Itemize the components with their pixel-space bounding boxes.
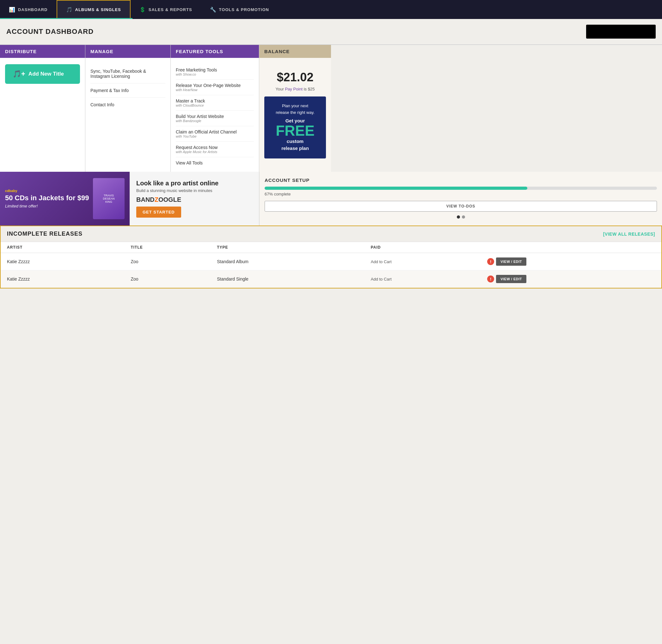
view-todos-button[interactable]: VIEW TO-DOS	[265, 201, 657, 212]
manage-links-list: Sync, YouTube, Facebook & Instagram Lice…	[90, 64, 165, 112]
account-setup-panel: ACCOUNT SETUP 67% complete VIEW TO-DOS	[259, 172, 662, 226]
view-edit-button-2[interactable]: VIEW / EDIT	[496, 275, 526, 283]
promo-custom: custom release plan	[269, 138, 321, 152]
dollar-icon: 💲	[139, 7, 146, 13]
bandzoogle-headline: Look like a pro artist online	[136, 180, 253, 187]
balance-body: $21.02 Your Pay Point is $25 Plan your n…	[259, 58, 331, 172]
manage-body: Sync, YouTube, Facebook & Instagram Lice…	[85, 58, 170, 172]
account-setup-title: ACCOUNT SETUP	[265, 178, 657, 183]
releases-table: ARTIST TITLE TYPE PAID Katie Zzzzz Zoo S…	[1, 242, 661, 288]
bandzoogle-banner[interactable]: Look like a pro artist online Build a st…	[129, 172, 259, 226]
view-edit-button-1[interactable]: VIEW / EDIT	[496, 257, 526, 266]
cdbaby-text: cdbaby 50 CDs in Jackets for $99 Limited…	[5, 189, 90, 208]
bandzoogle-subtext: Build a stunning music website in minute…	[136, 188, 253, 193]
page-title: ACCOUNT DASHBOARD	[6, 27, 94, 36]
manage-link-contact[interactable]: Contact Info	[90, 98, 165, 112]
row2-paid: Add to Cart	[364, 271, 481, 288]
featured-tools-body: Free Marketing Tools with Show.co Releas…	[171, 58, 259, 172]
tool-free-marketing[interactable]: Free Marketing Tools with Show.co	[176, 64, 254, 80]
dashboard-icon: 📊	[9, 7, 16, 13]
manage-link-payment[interactable]: Payment & Tax Info	[90, 84, 165, 98]
alert-icon-2: !	[487, 276, 494, 282]
tool-request-access[interactable]: Request Access Now with Apple Music for …	[176, 142, 254, 157]
row2-actions: ! VIEW / EDIT	[481, 271, 661, 288]
promo-line1: Plan your next release the right way.	[269, 103, 321, 116]
col-paid: PAID	[364, 242, 481, 253]
cd-placeholder-image: TRAVISDESEANKING	[93, 178, 124, 219]
row1-title: Zoo	[124, 253, 211, 271]
bandzoogle-logo: BANDZOOGLE	[136, 196, 253, 203]
nav-dashboard[interactable]: 📊 DASHBOARD	[0, 0, 56, 19]
row2-artist: Katie Zzzzz	[1, 271, 124, 288]
cdbaby-image: TRAVISDESEANKING	[93, 178, 124, 219]
view-all-releases-link[interactable]: [VIEW ALL RELEASES]	[603, 232, 655, 237]
cdbaby-subtitle: Limited time offer!	[5, 204, 90, 208]
row2-title: Zoo	[124, 271, 211, 288]
progress-bar-fill	[265, 187, 527, 190]
incomplete-releases-title: INCOMPLETE RELEASES	[7, 231, 82, 237]
cdbaby-logo: cdbaby	[5, 189, 90, 193]
balance-section: BALANCE $21.02 Your Pay Point is $25 Pla…	[259, 45, 331, 172]
tool-master-track[interactable]: Master a Track with CloudBounce	[176, 95, 254, 111]
tool-artist-website[interactable]: Build Your Artist Website with Bandzoogl…	[176, 111, 254, 126]
main-sections: DISTRIBUTE 🎵+ Add New Title MANAGE Sync,…	[0, 45, 662, 172]
col-type: TYPE	[211, 242, 364, 253]
manage-link-sync[interactable]: Sync, YouTube, Facebook & Instagram Lice…	[90, 64, 165, 84]
header-action-box	[586, 25, 656, 39]
distribute-body: 🎵+ Add New Title	[0, 58, 85, 172]
row1-type: Standard Album	[211, 253, 364, 271]
nav-albums-singles[interactable]: 🎵 ALBUMS & SINGLES	[56, 0, 131, 19]
table-row: Katie Zzzzz Zoo Standard Single Add to C…	[1, 271, 661, 288]
row1-actions: ! VIEW / EDIT	[481, 253, 661, 271]
nav-tools-promotion[interactable]: 🔧 TOOLS & PROMOTION	[201, 0, 278, 19]
music-note-icon: 🎵	[66, 7, 73, 13]
alert-icon-1: !	[487, 258, 494, 265]
music-plus-icon: 🎵+	[13, 70, 25, 78]
main-nav: 📊 DASHBOARD 🎵 ALBUMS & SINGLES 💲 SALES &…	[0, 0, 662, 19]
distribute-header: DISTRIBUTE	[0, 45, 85, 58]
wrench-icon: 🔧	[210, 7, 217, 13]
incomplete-releases-section: INCOMPLETE RELEASES [VIEW ALL RELEASES] …	[0, 226, 662, 289]
promo-banner[interactable]: Plan your next release the right way. Ge…	[264, 96, 326, 159]
distribute-section: DISTRIBUTE 🎵+ Add New Title	[0, 45, 85, 172]
col-title: TITLE	[124, 242, 211, 253]
featured-tools-header: FEATURED TOOLS	[171, 45, 259, 58]
balance-amount: $21.02	[264, 71, 326, 84]
get-started-button[interactable]: GET STARTED	[136, 207, 181, 217]
row1-artist: Katie Zzzzz	[1, 253, 124, 271]
add-new-title-button[interactable]: 🎵+ Add New Title	[5, 64, 80, 84]
col-actions	[481, 242, 661, 253]
add-to-cart-link-1[interactable]: Add to Cart	[371, 259, 392, 264]
pay-point-link[interactable]: Pay Point	[285, 87, 303, 91]
progress-bar-bg	[265, 187, 657, 190]
balance-paypoint-text: Your Pay Point is $25	[264, 87, 326, 91]
incomplete-releases-header: INCOMPLETE RELEASES [VIEW ALL RELEASES]	[1, 226, 661, 242]
cdbaby-banner[interactable]: cdbaby 50 CDs in Jackets for $99 Limited…	[0, 172, 129, 226]
promo-free: FREE	[269, 123, 321, 138]
tool-artist-channel[interactable]: Claim an Official Artist Channel with Yo…	[176, 126, 254, 142]
dot-indicators	[265, 215, 657, 218]
tool-one-page-website[interactable]: Release Your One-Page Website with HearN…	[176, 80, 254, 95]
dot-1	[457, 215, 460, 218]
row2-type: Standard Single	[211, 271, 364, 288]
page-header: ACCOUNT DASHBOARD	[0, 19, 662, 45]
add-to-cart-link-2[interactable]: Add to Cart	[371, 277, 392, 281]
manage-section: MANAGE Sync, YouTube, Facebook & Instagr…	[85, 45, 171, 172]
table-row: Katie Zzzzz Zoo Standard Album Add to Ca…	[1, 253, 661, 271]
row1-paid: Add to Cart	[364, 253, 481, 271]
col-artist: ARTIST	[1, 242, 124, 253]
cdbaby-headline: 50 CDs in Jackets for $99	[5, 194, 90, 202]
banners-row: cdbaby 50 CDs in Jackets for $99 Limited…	[0, 172, 662, 226]
progress-label: 67% complete	[265, 192, 657, 197]
nav-sales-reports[interactable]: 💲 SALES & REPORTS	[131, 0, 201, 19]
manage-header: MANAGE	[85, 45, 170, 58]
dot-2	[462, 215, 465, 218]
featured-tools-section: FEATURED TOOLS Free Marketing Tools with…	[171, 45, 259, 172]
balance-header: BALANCE	[259, 45, 331, 58]
view-all-tools-link[interactable]: View All Tools	[176, 157, 254, 165]
